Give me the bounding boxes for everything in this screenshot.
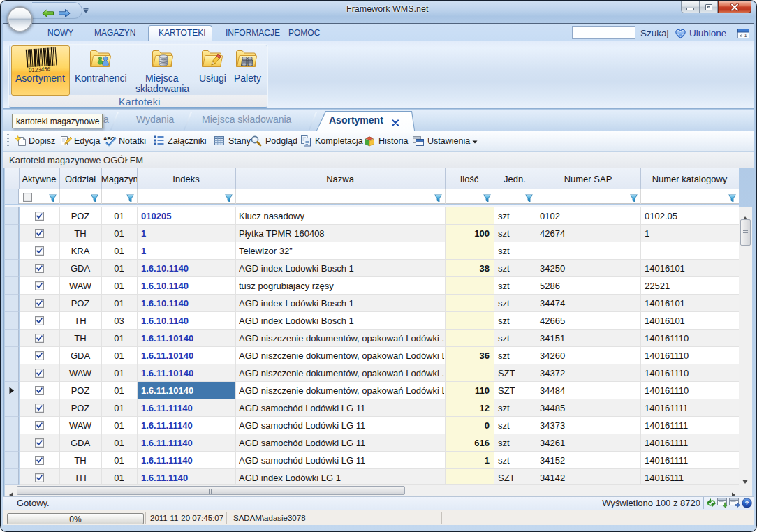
svg-text:?: ? xyxy=(745,499,749,507)
